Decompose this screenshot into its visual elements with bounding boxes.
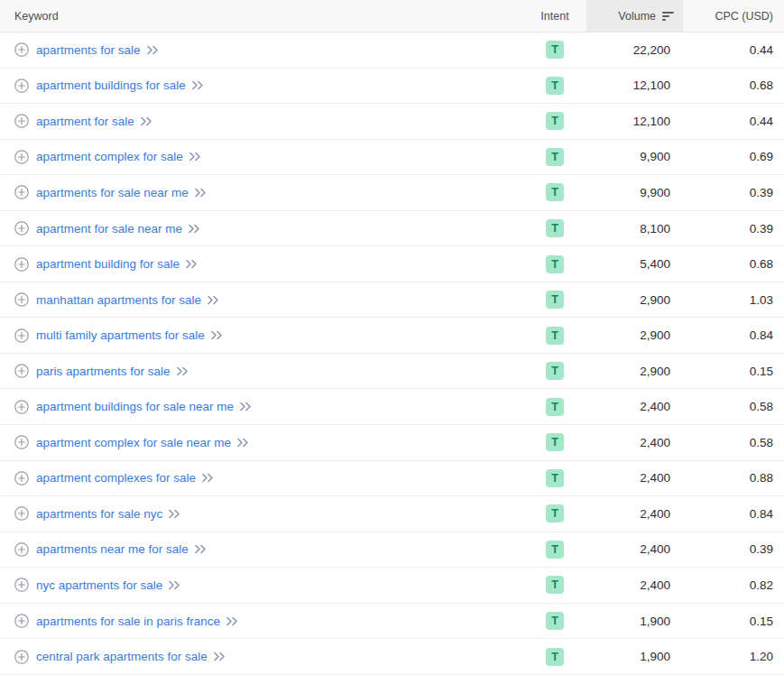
keyword-details-icon[interactable] (176, 366, 189, 376)
intent-badge[interactable]: T (546, 77, 564, 95)
add-keyword-icon[interactable] (14, 650, 29, 664)
intent-cell: T (523, 327, 586, 345)
intent-badge[interactable]: T (546, 41, 564, 59)
keyword-link[interactable]: apartment for sale near me (36, 222, 182, 236)
keyword-link[interactable]: apartments for sale near me (36, 186, 189, 199)
keyword-cell: apartments near me for sale (0, 542, 523, 557)
intent-badge[interactable]: T (546, 291, 564, 309)
keyword-link[interactable]: paris apartments for sale (36, 365, 171, 378)
volume-value: 22,200 (586, 43, 683, 57)
add-keyword-icon[interactable] (14, 435, 29, 449)
intent-cell: T (523, 398, 586, 416)
intent-badge[interactable]: T (546, 398, 564, 416)
add-keyword-icon[interactable] (14, 114, 29, 128)
add-keyword-icon[interactable] (14, 328, 29, 343)
intent-badge[interactable]: T (546, 148, 564, 166)
keyword-details-icon[interactable] (210, 330, 224, 340)
add-keyword-icon[interactable] (14, 79, 29, 93)
keyword-link[interactable]: apartments near me for sale (36, 542, 189, 556)
sort-descending-icon[interactable] (662, 12, 674, 21)
keyword-details-icon[interactable] (185, 259, 198, 269)
intent-badge[interactable]: T (546, 469, 564, 487)
intent-badge[interactable]: T (546, 612, 564, 630)
keyword-cell: paris apartments for sale (0, 364, 523, 378)
table-row: multi family apartments for sale T 2,900… (0, 318, 784, 354)
add-keyword-icon[interactable] (14, 292, 29, 307)
intent-badge[interactable]: T (546, 183, 564, 201)
volume-header-label: Volume (618, 10, 656, 23)
column-header-volume[interactable]: Volume (586, 0, 683, 32)
keyword-details-icon[interactable] (207, 295, 220, 305)
intent-badge[interactable]: T (546, 362, 564, 380)
table-row: apartments for sale in paris france T 1,… (0, 604, 784, 640)
intent-badge[interactable]: T (546, 112, 564, 130)
keyword-link[interactable]: apartments for sale (36, 43, 141, 57)
intent-cell: T (523, 612, 586, 630)
table-row: apartment buildings for sale T 12,100 0.… (0, 69, 784, 105)
keyword-details-icon[interactable] (236, 438, 250, 448)
volume-value: 2,400 (586, 436, 683, 449)
add-keyword-icon[interactable] (14, 221, 29, 236)
keyword-link[interactable]: apartment for sale (36, 115, 134, 128)
keyword-details-icon[interactable] (191, 80, 205, 90)
add-keyword-icon[interactable] (14, 42, 29, 57)
column-header-keyword[interactable]: Keyword (0, 0, 523, 32)
intent-cell: T (523, 541, 586, 559)
keyword-link[interactable]: apartment buildings for sale near me (36, 400, 234, 413)
keyword-details-icon[interactable] (188, 224, 201, 234)
add-keyword-icon[interactable] (14, 257, 29, 272)
keyword-details-icon[interactable] (146, 45, 160, 55)
add-keyword-icon[interactable] (14, 542, 29, 557)
keyword-details-icon[interactable] (168, 509, 181, 519)
intent-cell: T (523, 41, 586, 59)
keyword-link[interactable]: apartment complex for sale (36, 150, 183, 163)
keyword-link[interactable]: central park apartments for sale (36, 650, 208, 663)
keyword-link[interactable]: apartment complexes for sale (36, 471, 196, 485)
intent-badge[interactable]: T (546, 576, 564, 594)
keyword-link[interactable]: nyc apartments for sale (36, 578, 162, 592)
keyword-link[interactable]: apartment complex for sale near me (36, 436, 231, 449)
keyword-details-icon[interactable] (226, 616, 239, 626)
keyword-details-icon[interactable] (213, 652, 226, 661)
add-keyword-icon[interactable] (14, 471, 29, 485)
keyword-link[interactable]: manhattan apartments for sale (36, 293, 201, 307)
intent-badge[interactable]: T (546, 504, 564, 522)
add-keyword-icon[interactable] (14, 614, 29, 628)
keyword-link[interactable]: apartments for sale in paris france (36, 615, 220, 628)
intent-cell: T (523, 433, 586, 451)
column-header-cpc[interactable]: CPC (USD) (683, 0, 784, 32)
keyword-details-icon[interactable] (194, 188, 208, 198)
keyword-link[interactable]: apartment building for sale (36, 257, 180, 271)
intent-cell: T (523, 576, 586, 594)
volume-value: 2,400 (586, 578, 683, 592)
table-row: apartment building for sale T 5,400 0.68 (0, 246, 784, 282)
keyword-details-icon[interactable] (168, 580, 181, 590)
volume-value: 2,900 (586, 365, 683, 378)
add-keyword-icon[interactable] (14, 364, 29, 378)
table-row: apartment complex for sale near me T 2,4… (0, 425, 784, 461)
intent-badge[interactable]: T (546, 255, 564, 273)
keyword-link[interactable]: apartment buildings for sale (36, 79, 186, 92)
keyword-link[interactable]: multi family apartments for sale (36, 328, 205, 342)
cpc-value: 0.68 (683, 79, 784, 92)
table-body: apartments for sale T 22,200 0.44 apartm… (0, 32, 784, 675)
intent-badge[interactable]: T (546, 541, 564, 559)
intent-badge[interactable]: T (546, 327, 564, 345)
keyword-link[interactable]: apartments for sale nyc (36, 507, 162, 521)
add-keyword-icon[interactable] (14, 506, 29, 521)
keyword-details-icon[interactable] (194, 544, 208, 554)
column-header-intent[interactable]: Intent (523, 0, 586, 32)
keyword-cell: manhattan apartments for sale (0, 292, 523, 307)
intent-badge[interactable]: T (546, 433, 564, 451)
keyword-cell: apartment building for sale (0, 257, 523, 272)
add-keyword-icon[interactable] (14, 150, 29, 164)
keyword-details-icon[interactable] (189, 152, 202, 162)
intent-badge[interactable]: T (546, 648, 564, 666)
keyword-details-icon[interactable] (140, 116, 153, 126)
add-keyword-icon[interactable] (14, 185, 29, 199)
keyword-details-icon[interactable] (201, 473, 215, 483)
intent-badge[interactable]: T (546, 219, 564, 237)
add-keyword-icon[interactable] (14, 400, 29, 414)
keyword-details-icon[interactable] (239, 402, 253, 411)
add-keyword-icon[interactable] (14, 578, 29, 592)
